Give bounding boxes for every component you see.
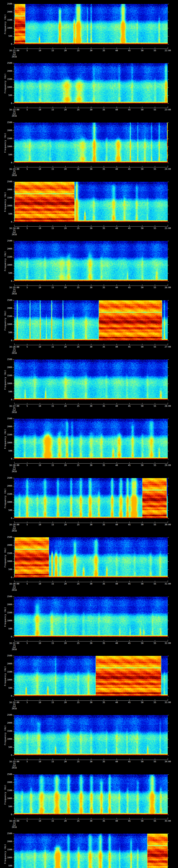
x-tick-label: 35: [101, 820, 107, 822]
y-axis-minor-tick: [13, 859, 14, 860]
y-axis-minor-tick: [13, 329, 14, 330]
y-axis-minor-tick: [13, 127, 14, 128]
end-time-label: 25:00: [159, 227, 176, 229]
y-axis-right-tick: [168, 103, 169, 104]
y-axis-minor-tick: [13, 574, 14, 575]
y-tick-label: 1000: [3, 797, 12, 800]
x-tick-label: 25: [76, 701, 81, 704]
x-tick-label: 30: [88, 405, 94, 407]
end-time-label: 29:00: [159, 464, 176, 466]
spectrogram-image: [14, 4, 168, 44]
y-axis-right-tick: [168, 807, 169, 807]
x-tick-label: 40: [114, 50, 119, 52]
x-tick-label: 40: [114, 701, 119, 704]
x-tick-label: 50: [140, 642, 145, 644]
y-axis-minor-tick: [13, 846, 14, 847]
x-tick-label: 45: [127, 761, 132, 763]
x-tick-label: 55: [152, 524, 157, 526]
x-tick-label: 30: [88, 227, 94, 229]
y-axis-minor-tick: [13, 385, 14, 385]
y-axis-minor-tick: [13, 440, 14, 440]
y-tick-label: 2000: [3, 189, 12, 191]
x-tick-label: 40: [114, 227, 119, 229]
x-tick-label: 50: [140, 761, 145, 763]
y-axis-major-tick: [13, 214, 14, 214]
x-tick-label: 35: [101, 761, 107, 763]
x-tick-label: 20: [63, 227, 68, 229]
y-axis-minor-tick: [13, 861, 14, 861]
x-axis-tick: [91, 462, 91, 464]
x-tick-label: 35: [101, 50, 107, 52]
x-tick-label: 15: [50, 227, 55, 229]
y-axis-minor-tick: [13, 483, 14, 483]
y-axis-minor-tick: [13, 493, 14, 493]
x-axis-tick: [78, 581, 79, 582]
date-line: 2016: [6, 648, 23, 650]
x-tick-label: 45: [127, 109, 132, 111]
y-axis-right-tick: [168, 731, 169, 732]
y-tick-label: 2000: [3, 485, 12, 487]
x-tick-label: 55: [152, 701, 157, 704]
y-axis-major-tick: [13, 569, 14, 570]
x-axis-tick: [53, 699, 53, 701]
y-axis-minor-tick: [13, 387, 14, 387]
y-axis-title: Frequency (Hz): [4, 784, 6, 804]
y-axis-minor-tick: [13, 220, 14, 221]
x-tick-label: 40: [114, 524, 119, 526]
y-axis-minor-tick: [13, 797, 14, 797]
y-axis-right-tick: [168, 656, 169, 656]
x-tick-label: 50: [140, 109, 145, 111]
y-axis-minor-tick: [13, 781, 14, 781]
x-tick-label: 5: [25, 701, 30, 704]
y-axis-minor-tick: [13, 571, 14, 571]
x-tick-label: 40: [114, 642, 119, 644]
x-axis-tick: [27, 344, 27, 345]
x-tick-label: 50: [140, 346, 145, 348]
x-axis-end-tick: [14, 521, 14, 523]
y-axis-minor-tick: [13, 31, 14, 32]
x-tick-label: 25: [76, 524, 81, 526]
y-axis-minor-tick: [13, 624, 14, 624]
x-axis-tick: [53, 581, 53, 582]
end-time-label: 28:00: [159, 405, 176, 407]
spectrogram-image: [14, 360, 168, 400]
x-tick-label: 25: [76, 642, 81, 644]
y-axis-minor-tick: [13, 430, 14, 430]
x-tick-label: 50: [140, 820, 145, 822]
y-axis-right-tick: [168, 715, 169, 715]
y-tick-label: 1000: [3, 323, 12, 326]
x-axis-end-tick: [14, 699, 14, 701]
end-time-label: 22:00: [159, 50, 176, 52]
x-tick-label: 35: [101, 286, 107, 289]
y-axis-major-tick: [13, 790, 14, 791]
y-axis-major-tick: [13, 241, 14, 241]
y-axis-minor-tick: [13, 734, 14, 735]
y-axis-minor-tick: [13, 393, 14, 394]
y-tick-label: 1500: [3, 137, 12, 140]
y-axis-major-tick: [13, 502, 14, 502]
x-axis-tick: [91, 225, 91, 226]
y-axis-minor-tick: [13, 848, 14, 848]
x-axis-tick: [155, 166, 155, 167]
x-tick-label: 10: [37, 583, 42, 585]
y-tick-label: 0: [3, 517, 12, 519]
y-axis-minor-tick: [13, 499, 14, 499]
y-axis-minor-tick: [13, 219, 14, 219]
spectrogram-panel: Frequency (Hz) 2500200015001000500051015…: [0, 415, 178, 474]
x-tick-label: 25: [76, 286, 81, 289]
y-axis-minor-tick: [13, 614, 14, 615]
y-tick-label: 2000: [3, 366, 12, 369]
date-line: 2016: [6, 174, 23, 176]
y-axis-right-tick: [168, 790, 169, 791]
end-time-label: 31:00: [159, 583, 176, 585]
y-axis-minor-tick: [13, 255, 14, 256]
y-axis-right-tick: [168, 182, 169, 182]
y-axis-minor-tick: [13, 479, 14, 480]
y-axis-minor-tick: [13, 144, 14, 144]
x-tick-label: 30: [88, 583, 94, 585]
x-axis-tick: [40, 225, 40, 226]
y-tick-label: 500: [3, 332, 12, 334]
x-axis-tick: [27, 522, 27, 523]
x-tick-label: 30: [88, 701, 94, 704]
y-tick-label: 500: [3, 213, 12, 215]
